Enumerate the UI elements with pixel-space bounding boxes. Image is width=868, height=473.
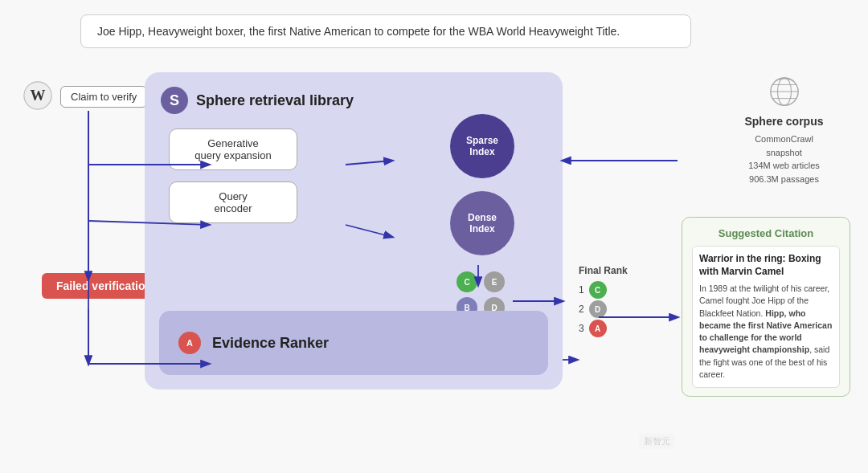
claim-label-text: Claim to verify <box>71 91 137 103</box>
citation-title: Suggested Citation <box>692 227 840 239</box>
dot-c: C <box>457 271 477 292</box>
wikipedia-icon: W <box>23 80 53 111</box>
citation-body: In 1989 at the twilight of his career, C… <box>699 283 833 381</box>
citation-book-title: Warrior in the ring: Boxing with Marvin … <box>699 253 833 278</box>
query-encoder-box: Queryencoder <box>169 181 297 223</box>
claim-box: Joe Hipp, Heavyweight boxer, the first N… <box>80 14 691 48</box>
dot-e: E <box>484 271 505 292</box>
watermark: 新智元 <box>639 434 675 449</box>
globe-icon <box>760 76 809 108</box>
corpus-box: Sphere corpus CommonCrawlsnapshot134M we… <box>718 76 850 186</box>
failed-text: Failed verification <box>56 279 152 292</box>
sphere-header: S Sphere retrieval library <box>161 87 547 114</box>
final-rank-title: Final Rank <box>579 265 628 276</box>
rank-dot-c: C <box>589 281 607 299</box>
dot-row-1: C E <box>457 271 505 292</box>
dense-index: DenseIndex <box>450 191 514 255</box>
final-rank-area: Final Rank 1 C 2 D 3 A <box>579 265 628 337</box>
ranker-badge: A <box>178 332 201 354</box>
sphere-title: Sphere retrieval library <box>196 92 354 109</box>
sparse-index: Sparse Index <box>450 114 514 178</box>
citation-inner: Warrior in the ring: Boxing with Marvin … <box>692 246 840 388</box>
sphere-library-box: S Sphere retrieval library Generativeque… <box>145 72 563 389</box>
rank-dot-d: D <box>589 300 607 318</box>
corpus-text: CommonCrawlsnapshot134M web articles906.… <box>718 133 850 186</box>
svg-text:W: W <box>31 87 46 104</box>
rank-row-2: 2 D <box>579 300 628 318</box>
rank-row-3: 3 A <box>579 320 628 337</box>
claim-label-container: Claim to verify <box>60 86 147 108</box>
main-container: Joe Hipp, Heavyweight boxer, the first N… <box>0 0 868 473</box>
ranker-title: Evidence Ranker <box>212 335 329 352</box>
citation-box: Suggested Citation Warrior in the ring: … <box>682 217 850 397</box>
claim-label-box: Claim to verify <box>60 86 147 108</box>
sphere-icon: S <box>161 87 188 114</box>
evidence-ranker: A Evidence Ranker <box>159 311 548 375</box>
corpus-title: Sphere corpus <box>718 115 850 128</box>
claim-text: Joe Hipp, Heavyweight boxer, the first N… <box>97 25 620 38</box>
rank-dot-a: A <box>589 320 607 337</box>
rank-row-1: 1 C <box>579 281 628 299</box>
generative-query-box: Generativequery expansion <box>169 128 297 170</box>
wiki-icon-area: W <box>23 80 53 119</box>
